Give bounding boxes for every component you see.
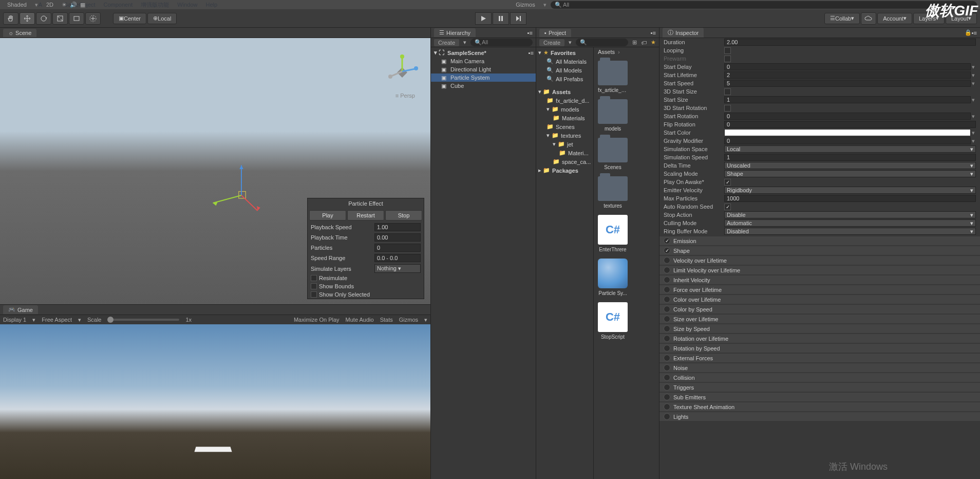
pivot-center-toggle[interactable]: ▣ Center	[113, 13, 146, 24]
display-dropdown[interactable]: Display 1	[3, 317, 26, 323]
project-filter-icon[interactable]: ⊞	[632, 39, 637, 46]
project-grid-item[interactable]: fx_article_d...	[598, 61, 628, 93]
shaded-dropdown[interactable]: Shaded	[3, 1, 31, 8]
inspector-text-field[interactable]: 0	[724, 137, 971, 144]
inspector-checkbox[interactable]	[724, 88, 731, 95]
inspector-module-header[interactable]: Emission	[659, 236, 980, 245]
inspector-color-field[interactable]	[724, 129, 971, 136]
module-checkbox[interactable]	[664, 247, 670, 254]
inspector-text-field[interactable]: 1000	[724, 195, 976, 202]
game-gizmos-dropdown[interactable]: Gizmos	[399, 317, 418, 323]
aspect-dropdown[interactable]: Free Aspect	[42, 317, 72, 323]
inspector-module-header[interactable]: External Forces	[659, 354, 980, 362]
inspector-module-header[interactable]: Color by Speed	[659, 305, 980, 314]
project-grid-item[interactable]: Scenes	[598, 138, 628, 170]
inspector-checkbox[interactable]	[724, 105, 731, 112]
scene-search[interactable]: 🔍 All	[551, 1, 977, 9]
fav-all-models[interactable]: 🔍 All Models	[536, 66, 593, 75]
module-checkbox[interactable]	[664, 355, 670, 361]
pe-show-only-selected-check[interactable]: Show Only Selected	[308, 290, 424, 299]
module-checkbox[interactable]	[664, 306, 670, 312]
project-breadcrumb[interactable]: Assets ›	[594, 47, 659, 57]
pe-resimulate-check[interactable]: Resimulate	[308, 274, 424, 282]
module-checkbox[interactable]	[664, 374, 670, 381]
project-tree-item[interactable]: ▾📁 textures	[536, 131, 593, 140]
hierarchy-item-camera[interactable]: ▣Main Camera	[431, 57, 536, 65]
hierarchy-search[interactable]: 🔍All	[470, 39, 533, 46]
lighting-icon[interactable]: ☀	[62, 2, 67, 8]
inspector-text-field[interactable]: 2.00	[724, 39, 976, 46]
hierarchy-scene-root[interactable]: ▾ ⛶ SampleScene*▪≡	[431, 48, 536, 57]
inspector-menu-arrow[interactable]: ▾	[971, 97, 976, 103]
inspector-lock-icon[interactable]: 🔒	[965, 29, 972, 36]
pivot-local-toggle[interactable]: ⊕ Local	[147, 13, 177, 24]
inspector-module-header[interactable]: Inherit Velocity	[659, 275, 980, 284]
collab-dropdown[interactable]: ☰ Collab ▾	[824, 13, 860, 24]
project-label-icon[interactable]: 🏷	[641, 40, 647, 46]
stats-toggle[interactable]: Stats	[380, 317, 393, 323]
project-tree-item[interactable]: 📁 Materi...	[536, 149, 593, 157]
assets-root[interactable]: ▾ 📁 Assets	[536, 87, 593, 96]
inspector-module-header[interactable]: Rotation over Lifetime	[659, 334, 980, 343]
module-checkbox[interactable]	[664, 413, 670, 420]
inspector-menu-arrow[interactable]: ▾	[971, 64, 976, 70]
move-tool[interactable]	[20, 12, 35, 25]
inspector-module-header[interactable]: Lights	[659, 412, 980, 421]
inspector-dropdown[interactable]: Local▾	[724, 145, 976, 153]
inspector-module-header[interactable]: Collision	[659, 373, 980, 382]
pause-button[interactable]	[493, 12, 509, 25]
pe-stop-button[interactable]: Stop	[385, 210, 422, 220]
scene-tab[interactable]: ☼ Scene	[3, 29, 36, 37]
inspector-menu-arrow[interactable]: ▾	[971, 138, 976, 144]
inspector-module-header[interactable]: Velocity over Lifetime	[659, 256, 980, 265]
inspector-menu-icon[interactable]: ▪≡	[972, 30, 977, 36]
project-grid-item[interactable]: Particle Sy...	[598, 259, 628, 296]
inspector-dropdown[interactable]: Rigidbody▾	[724, 187, 976, 194]
inspector-text-field[interactable]: 1	[724, 96, 971, 103]
audio-icon[interactable]: 🔊	[70, 2, 77, 8]
inspector-dropdown[interactable]: Disabled▾	[724, 228, 976, 235]
game-view[interactable]	[0, 324, 430, 479]
cloud-button[interactable]	[861, 12, 876, 25]
inspector-menu-arrow[interactable]: ▾	[971, 130, 976, 136]
pe-sim-layers-dropdown[interactable]: Nothing ▾	[374, 264, 421, 273]
hierarchy-item-cube[interactable]: ▣Cube	[431, 82, 536, 90]
pe-restart-button[interactable]: Restart	[347, 210, 384, 220]
scene-view[interactable]: ≡ Persp Particle Effect Play Restart Sto…	[0, 38, 430, 304]
inspector-menu-arrow[interactable]: ▾	[971, 80, 976, 87]
inspector-dropdown[interactable]: Unscaled▾	[724, 162, 976, 169]
game-tab[interactable]: 🎮 Game	[3, 305, 38, 314]
favorites-root[interactable]: ▾ ★ Favorites	[536, 48, 593, 57]
project-tab[interactable]: ▪ Project	[539, 29, 571, 37]
module-checkbox[interactable]	[664, 296, 670, 303]
project-tree-item[interactable]: ▾📁 jet	[536, 140, 593, 149]
gizmos-dropdown[interactable]: Gizmos	[512, 1, 539, 8]
hierarchy-item-light[interactable]: ▣Directional Light	[431, 65, 536, 73]
inspector-dropdown[interactable]: Automatic▾	[724, 219, 976, 227]
inspector-text-field[interactable]: 0	[724, 113, 971, 120]
inspector-dropdown[interactable]: Shape▾	[724, 170, 976, 177]
inspector-text-field[interactable]: 2	[724, 71, 971, 79]
transform-tool[interactable]	[85, 12, 101, 25]
inspector-module-header[interactable]: Noise	[659, 363, 980, 372]
inspector-module-header[interactable]: Size over Lifetime	[659, 315, 980, 323]
project-tree-item[interactable]: 📁 fx_article_d...	[536, 96, 593, 105]
project-grid-item[interactable]: models	[598, 99, 628, 132]
module-checkbox[interactable]	[664, 384, 670, 391]
inspector-checkbox[interactable]	[724, 179, 731, 186]
module-checkbox[interactable]	[664, 364, 670, 371]
module-checkbox[interactable]	[664, 316, 670, 322]
scale-slider[interactable]	[107, 319, 179, 321]
rotate-tool[interactable]	[36, 12, 51, 25]
project-grid-item[interactable]: C#EnterThrere	[598, 215, 628, 252]
fav-all-prefabs[interactable]: 🔍 All Prefabs	[536, 75, 593, 83]
inspector-checkbox[interactable]	[724, 204, 731, 210]
module-checkbox[interactable]	[664, 325, 670, 332]
pe-playback-speed-val[interactable]: 1.00	[374, 223, 421, 231]
inspector-tab[interactable]: ⓘ Inspector	[663, 28, 704, 38]
module-checkbox[interactable]	[664, 335, 670, 342]
module-checkbox[interactable]	[664, 394, 670, 400]
account-dropdown[interactable]: Account ▾	[877, 13, 912, 24]
module-checkbox[interactable]	[664, 237, 670, 244]
fav-all-materials[interactable]: 🔍 All Materials	[536, 57, 593, 66]
